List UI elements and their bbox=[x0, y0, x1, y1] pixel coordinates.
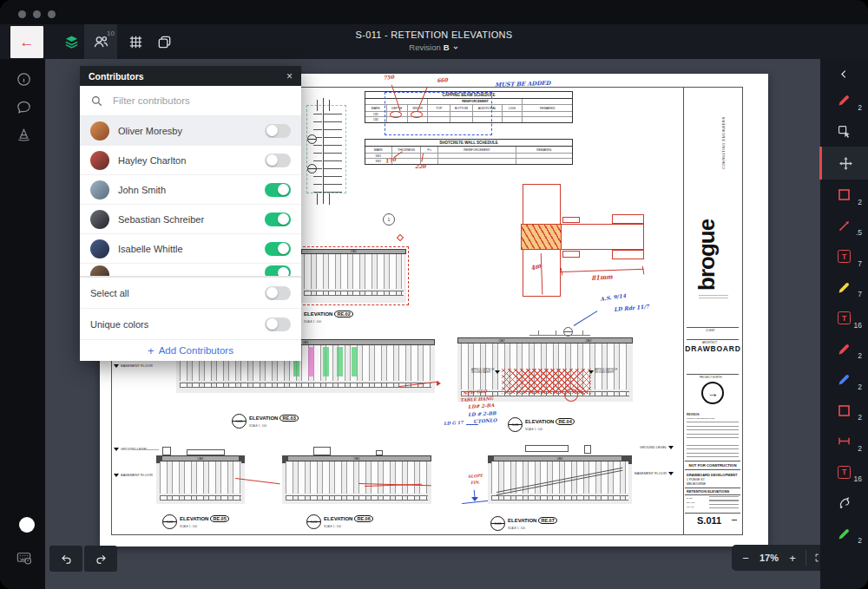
undo-button[interactable] bbox=[49, 546, 82, 572]
tool-dimension-red[interactable]: 2 bbox=[820, 426, 868, 457]
green-highlight-annotation bbox=[323, 347, 329, 376]
undo-redo-group bbox=[49, 546, 117, 572]
contributors-panel-header[interactable]: Contributors bbox=[80, 66, 301, 86]
tool-rectangle-red[interactable]: 2 bbox=[820, 396, 868, 427]
contributor-row[interactable]: Sebastian Schreiber bbox=[80, 205, 301, 234]
tool-textbox-red[interactable]: 16 bbox=[820, 303, 868, 334]
unique-colors-row[interactable]: Unique colors bbox=[80, 309, 301, 340]
tool-lasso[interactable] bbox=[820, 488, 868, 519]
avatar bbox=[90, 180, 109, 200]
pink-highlight-annotation bbox=[308, 347, 314, 376]
filter-contributors-input[interactable] bbox=[111, 95, 291, 107]
comments-button[interactable] bbox=[14, 97, 33, 116]
pen-icon bbox=[837, 342, 852, 357]
project-north-icon: → bbox=[701, 382, 724, 404]
zoom-in-button[interactable]: + bbox=[782, 545, 803, 571]
contributor-row[interactable]: Oliver Moresby bbox=[80, 116, 301, 146]
green-highlight-annotation bbox=[337, 347, 343, 376]
active-color-indicator[interactable] bbox=[19, 517, 35, 533]
issues-button[interactable] bbox=[14, 125, 33, 144]
unique-colors-toggle[interactable] bbox=[265, 317, 291, 331]
pen-icon bbox=[837, 527, 852, 541]
chat-bubble-icon bbox=[16, 99, 32, 115]
search-icon bbox=[90, 95, 103, 108]
window-dot[interactable] bbox=[48, 10, 56, 18]
tool-pen-blue[interactable]: 2 bbox=[820, 364, 868, 396]
tool-pen-green[interactable]: 2 bbox=[820, 519, 868, 550]
layers-icon bbox=[63, 34, 80, 50]
layers-button[interactable] bbox=[55, 24, 88, 59]
contributor-search bbox=[80, 86, 301, 116]
avatar bbox=[90, 239, 109, 259]
pages-icon bbox=[156, 34, 173, 50]
revision-label: Revision bbox=[409, 43, 440, 52]
zoom-level: 17% bbox=[756, 553, 782, 563]
top-toolbar: ← 10 S-011 - RETENTION ELEVATIONS Revisi… bbox=[0, 24, 868, 59]
detail-callout bbox=[307, 164, 317, 173]
highlighter-icon bbox=[837, 280, 852, 295]
back-button[interactable]: ← bbox=[10, 26, 43, 58]
grid-icon bbox=[128, 34, 144, 50]
detail-marker: 1 bbox=[383, 213, 395, 226]
window-dot[interactable] bbox=[18, 10, 26, 18]
tool-highlighter-yellow[interactable]: 7 bbox=[820, 272, 868, 304]
contributor-row[interactable]: John Smith bbox=[80, 175, 301, 205]
info-icon bbox=[16, 71, 32, 88]
redo-button[interactable] bbox=[84, 546, 117, 572]
undo-icon bbox=[60, 553, 73, 566]
shortcuts-button[interactable] bbox=[14, 547, 33, 566]
close-panel-button[interactable] bbox=[286, 70, 293, 82]
collapse-toolbar-button[interactable] bbox=[838, 62, 850, 85]
tool-textbox-red[interactable]: 16 bbox=[820, 457, 868, 488]
avatar bbox=[90, 151, 109, 170]
avatar bbox=[90, 210, 109, 229]
chevron-down-icon bbox=[452, 44, 459, 51]
select-all-row[interactable]: Select all bbox=[80, 277, 301, 309]
zoom-out-button[interactable]: − bbox=[735, 545, 756, 571]
tool-pen-red[interactable]: 2 bbox=[820, 334, 868, 365]
contributor-toggle[interactable] bbox=[265, 242, 291, 256]
contributor-toggle[interactable] bbox=[265, 213, 291, 226]
select-all-toggle[interactable] bbox=[265, 286, 291, 300]
contributor-row-clipped[interactable] bbox=[80, 264, 301, 277]
dimension-icon bbox=[837, 434, 852, 448]
contributors-button[interactable]: 10 bbox=[84, 24, 117, 59]
window-dot[interactable] bbox=[33, 10, 41, 18]
revision-table-lines bbox=[687, 422, 739, 458]
contributors-panel: Contributors Oliver Moresby Hayley Charl… bbox=[80, 66, 301, 361]
tool-pen-red[interactable]: 2 bbox=[820, 85, 868, 116]
pages-button[interactable] bbox=[148, 24, 181, 59]
contributors-count-badge: 10 bbox=[107, 29, 115, 37]
chevron-left-icon bbox=[838, 69, 850, 80]
detail-callout bbox=[307, 134, 317, 144]
contributor-toggle[interactable] bbox=[265, 183, 291, 197]
info-button[interactable] bbox=[14, 69, 33, 88]
keyboard-icon bbox=[16, 549, 32, 566]
contributor-row[interactable]: Isabelle Whittle bbox=[80, 234, 301, 264]
avatar bbox=[90, 265, 109, 277]
back-arrow-icon: ← bbox=[20, 34, 35, 50]
rectangle-icon bbox=[837, 403, 852, 418]
redo-icon bbox=[95, 553, 108, 566]
contributor-toggle[interactable] bbox=[265, 124, 291, 138]
add-contributors-button[interactable]: + Add Contributors bbox=[80, 340, 301, 361]
pen-icon bbox=[837, 93, 852, 108]
tool-pan[interactable] bbox=[819, 147, 868, 180]
red-circle-annotation bbox=[564, 389, 578, 402]
tool-textbox-red[interactable]: 7 bbox=[820, 241, 868, 272]
plus-icon: + bbox=[148, 344, 155, 357]
tool-arrow-red[interactable]: .5 bbox=[820, 211, 868, 242]
panel-title: Contributors bbox=[89, 71, 144, 82]
contributor-row[interactable]: Hayley Charlton bbox=[80, 146, 301, 175]
window-controls[interactable] bbox=[18, 10, 56, 18]
contributor-toggle[interactable] bbox=[265, 154, 291, 167]
revision-value: B bbox=[444, 43, 450, 52]
traffic-cone-icon bbox=[16, 127, 32, 143]
app-window: ← 10 S-011 - RETENTION ELEVATIONS Revisi… bbox=[0, 0, 868, 589]
tool-rectangle-red[interactable]: 2 bbox=[820, 180, 868, 211]
select-icon bbox=[837, 124, 852, 139]
move-icon bbox=[838, 156, 853, 171]
tool-multi-select[interactable] bbox=[820, 116, 868, 147]
green-highlight-annotation bbox=[352, 347, 358, 376]
contributor-toggle[interactable] bbox=[265, 265, 291, 277]
